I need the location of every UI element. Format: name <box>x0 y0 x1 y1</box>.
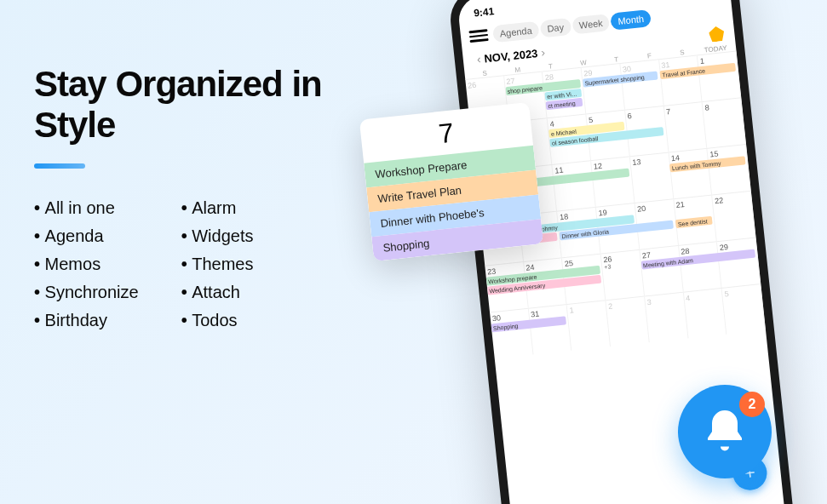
feature-list-right: AlarmWidgetsThemesAttachTodos <box>181 194 254 335</box>
day-cell[interactable]: 4 <box>683 289 726 338</box>
tab-week[interactable]: Week <box>571 14 611 34</box>
menu-icon[interactable] <box>468 26 489 45</box>
day-cell[interactable]: 31 <box>529 305 572 354</box>
tab-day[interactable]: Day <box>540 18 571 38</box>
notification-bell[interactable]: 2 <box>678 385 772 478</box>
month-label: NOV, 2023 <box>484 47 538 66</box>
day-cell[interactable]: 12 <box>591 157 635 206</box>
day-cell[interactable]: 5 <box>722 284 766 334</box>
day-cell[interactable]: 8 <box>703 98 746 147</box>
day-popup: 7 Workshop PrepareWrite Travel PlanDinne… <box>359 102 543 261</box>
vip-badge-icon[interactable] <box>708 26 725 43</box>
hero-section: Stay Organized in Style All in oneAgenda… <box>34 64 375 335</box>
accent-underline <box>34 163 85 169</box>
day-cell[interactable]: 30 <box>620 60 663 109</box>
day-cell[interactable]: 31 <box>659 55 703 105</box>
feature-item: All in one <box>34 194 139 222</box>
feature-item: Synchronize <box>34 278 139 306</box>
tab-month[interactable]: Month <box>611 9 652 31</box>
day-cell[interactable]: 13 <box>630 153 674 203</box>
feature-item: Agenda <box>34 222 139 250</box>
day-cell[interactable]: 3 <box>645 293 688 342</box>
feature-list-left: All in oneAgendaMemosSynchronizeBirthday <box>34 194 139 335</box>
feature-item: Memos <box>34 250 139 278</box>
calendar-event[interactable]: +3 <box>602 263 612 270</box>
feature-item: Widgets <box>181 222 254 250</box>
feature-item: Birthday <box>34 306 139 335</box>
day-cell[interactable]: 27 <box>640 246 683 295</box>
feature-item: Attach <box>181 278 254 306</box>
day-cell[interactable]: 28 <box>679 242 722 291</box>
feature-item: Themes <box>181 250 254 278</box>
day-cell[interactable]: 11 <box>553 161 596 210</box>
status-time: 9:41 <box>473 5 494 19</box>
tab-agenda[interactable]: Agenda <box>492 21 540 43</box>
day-cell[interactable]: 29 <box>582 64 625 113</box>
day-cell[interactable]: 29 <box>717 238 761 287</box>
day-cell[interactable]: 1 <box>698 52 741 101</box>
day-cell[interactable]: 7 <box>663 102 707 152</box>
chevron-right-icon[interactable]: › <box>537 45 548 60</box>
day-cell[interactable]: 14 <box>669 149 712 198</box>
day-cell[interactable]: 30 <box>490 309 533 358</box>
feature-item: Alarm <box>181 194 254 222</box>
day-cell[interactable]: 1 <box>567 301 611 350</box>
feature-item: Todos <box>181 306 254 335</box>
hero-title: Stay Organized in Style <box>34 64 375 146</box>
day-cell[interactable]: 15 <box>708 145 751 194</box>
day-cell[interactable]: 22 <box>712 192 755 241</box>
feature-lists: All in oneAgendaMemosSynchronizeBirthday… <box>34 194 375 335</box>
notification-badge: 2 <box>739 392 765 417</box>
day-cell[interactable]: 2 <box>606 296 650 346</box>
day-cell[interactable]: 26 <box>601 250 645 300</box>
